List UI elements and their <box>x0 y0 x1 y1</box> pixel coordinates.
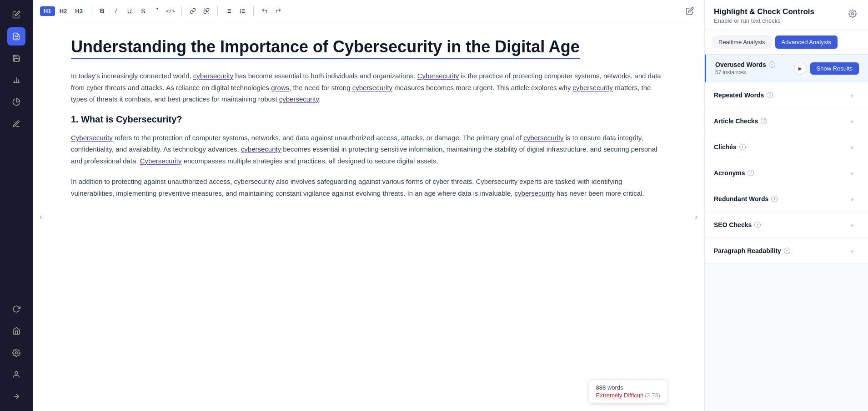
heading-group: H1 H2 H3 <box>40 6 86 16</box>
nav-icon-arrow-right[interactable] <box>7 387 25 406</box>
overused-words-info-icon[interactable]: i <box>769 61 775 68</box>
check-item-article-right: ▸ <box>846 115 859 127</box>
seo-checks-arrow[interactable]: ▸ <box>846 218 859 231</box>
article-checks-info-icon[interactable]: i <box>761 118 767 124</box>
repeated-words-arrow[interactable]: ▸ <box>846 89 859 101</box>
check-item-overused-name: Overused Words i <box>715 61 775 68</box>
acronyms-arrow[interactable]: ▸ <box>846 167 859 179</box>
cliches-arrow[interactable]: ▸ <box>846 141 859 153</box>
code-button[interactable]: </> <box>164 5 177 17</box>
quote-button[interactable]: " <box>151 5 163 17</box>
check-item-overused-left: Overused Words i 57 instances <box>715 61 775 76</box>
highlight-cybersecurity-8: cybersecurity <box>241 145 281 153</box>
highlight-cybersecurity-10: cybersecurity <box>234 178 274 185</box>
panel-subtitle: Enable or run text checks <box>714 17 814 24</box>
heading-h1-button[interactable]: H1 <box>40 6 55 16</box>
strikethrough-button[interactable]: S <box>137 5 150 17</box>
check-item-cliches[interactable]: Clichés i ▸ <box>705 134 868 160</box>
underline-button[interactable]: U <box>123 5 136 17</box>
acronyms-info-icon[interactable]: i <box>748 170 754 176</box>
check-item-repeated-words[interactable]: Repeated Words i ▸ <box>705 82 868 108</box>
check-item-readability-right: ▸ <box>846 244 859 257</box>
check-item-repeated-right: ▸ <box>846 89 859 101</box>
italic-button[interactable]: I <box>110 5 122 17</box>
nav-icon-user[interactable] <box>7 365 25 384</box>
nav-icon-home[interactable] <box>7 322 25 340</box>
nav-icon-chart-bar[interactable] <box>7 71 25 89</box>
redundant-words-arrow[interactable]: ▸ <box>846 193 859 205</box>
prev-arrow[interactable]: ‹ <box>33 22 49 411</box>
redo-button[interactable] <box>272 5 285 17</box>
tab-advanced-analysis[interactable]: Advanced Analysis <box>775 36 838 49</box>
tab-realtime-analysis[interactable]: Realtime Analysis <box>712 36 772 49</box>
paragraph-1: In today's increasingly connected world,… <box>71 70 666 105</box>
paragraph-readability-info-icon[interactable]: i <box>784 248 790 254</box>
bold-button[interactable]: B <box>96 5 109 17</box>
heading-h3-button[interactable]: H3 <box>71 6 86 16</box>
check-item-seo-checks[interactable]: SEO Checks i ▸ <box>705 212 868 238</box>
nav-icon-settings[interactable] <box>7 344 25 362</box>
check-item-redundant-words[interactable]: Redundant Words i ▸ <box>705 186 868 212</box>
check-item-cliches-right: ▸ <box>846 141 859 153</box>
highlight-cybersecurity-4: cybersecurity <box>573 84 613 91</box>
check-item-repeated-name: Repeated Words i <box>714 91 773 99</box>
nav-icon-document[interactable] <box>7 27 25 46</box>
numbered-list-button[interactable] <box>236 5 249 17</box>
highlight-cybersecurity-1: cybersecurity <box>193 72 233 80</box>
nav-icon-edit[interactable] <box>7 5 25 24</box>
check-item-overused-words[interactable]: Overused Words i 57 instances ▶ Show Res… <box>705 55 868 82</box>
check-item-article-left: Article Checks i <box>714 117 767 125</box>
link-button[interactable] <box>186 5 199 17</box>
check-item-seo-left: SEO Checks i <box>714 221 761 228</box>
panel-tabs: Realtime Analysis Advanced Analysis <box>705 30 868 55</box>
nav-icon-pen[interactable] <box>7 115 25 133</box>
undo-button[interactable] <box>258 5 271 17</box>
check-item-acronyms[interactable]: Acronyms i ▸ <box>705 160 868 186</box>
overused-words-play-button[interactable]: ▶ <box>794 62 807 75</box>
highlight-cybersecurity-12: cybersecurity <box>515 189 555 197</box>
pencil-icon[interactable] <box>682 4 697 18</box>
overused-words-show-results-button[interactable]: Show Results <box>810 62 859 75</box>
highlight-grows: grows <box>271 84 289 91</box>
cliches-info-icon[interactable]: i <box>739 144 746 150</box>
nav-icon-save[interactable] <box>7 49 25 67</box>
unlink-button[interactable] <box>200 5 213 17</box>
check-item-readability-left: Paragraph Readability i <box>714 247 790 254</box>
editor-toolbar: H1 H2 H3 B I U S " </> <box>33 0 704 22</box>
editor-container: H1 H2 H3 B I U S " </> <box>33 0 704 411</box>
paragraph-readability-arrow[interactable]: ▸ <box>846 244 859 257</box>
redundant-words-info-icon[interactable]: i <box>771 196 778 202</box>
check-item-readability-name: Paragraph Readability i <box>714 247 790 254</box>
seo-checks-info-icon[interactable]: i <box>754 222 761 228</box>
repeated-words-info-icon[interactable]: i <box>767 92 773 98</box>
check-item-redundant-right: ▸ <box>846 193 859 205</box>
nav-icon-chart-pie[interactable] <box>7 93 25 111</box>
bullet-list-button[interactable] <box>222 5 235 17</box>
nav-icon-loop[interactable] <box>7 300 25 318</box>
next-arrow[interactable]: › <box>688 22 704 411</box>
section-heading-1: 1. What is Cybersecurity? <box>71 114 666 125</box>
check-item-redundant-name: Redundant Words i <box>714 195 778 203</box>
history-group <box>258 5 285 17</box>
document-title: Understanding the Importance of Cybersec… <box>71 37 580 59</box>
toolbar-divider-4 <box>253 6 254 15</box>
article-checks-arrow[interactable]: ▸ <box>846 115 859 127</box>
check-item-acronyms-left: Acronyms i <box>714 169 754 177</box>
editor-body[interactable]: In today's increasingly connected world,… <box>71 70 666 199</box>
check-item-acronyms-right: ▸ <box>846 167 859 179</box>
format-group: B I U S " </> <box>96 5 177 17</box>
toolbar-divider-3 <box>217 6 218 15</box>
heading-h2-button[interactable]: H2 <box>56 6 71 16</box>
editor-scroll[interactable]: Understanding the Importance of Cybersec… <box>49 22 688 411</box>
link-group <box>186 5 213 17</box>
highlight-cybersecurity-6: Cybersecurity <box>71 134 113 142</box>
check-item-seo-name: SEO Checks i <box>714 221 761 228</box>
panel-header: Highlight & Check Controls Enable or run… <box>705 0 868 30</box>
settings-button[interactable] <box>846 7 859 20</box>
check-item-paragraph-readability[interactable]: Paragraph Readability i ▸ <box>705 238 868 264</box>
highlight-cybersecurity-2: Cybersecurity <box>417 72 459 80</box>
list-group <box>222 5 249 17</box>
check-item-cliches-name: Clichés i <box>714 143 746 151</box>
check-item-article-checks[interactable]: Article Checks i ▸ <box>705 108 868 134</box>
panel-title: Highlight & Check Controls <box>714 7 814 16</box>
